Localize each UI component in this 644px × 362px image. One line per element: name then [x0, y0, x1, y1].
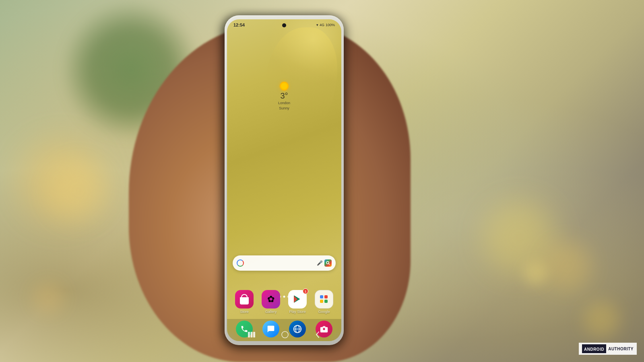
- store-label: Store: [240, 310, 249, 314]
- sun-icon: [280, 82, 289, 90]
- status-time: 12:54: [233, 23, 245, 27]
- play-store-label: Play Store: [289, 310, 306, 314]
- google-icon: [315, 290, 333, 309]
- app-store[interactable]: Store: [235, 290, 254, 314]
- google-search-bar[interactable]: 🎤: [233, 255, 336, 271]
- signal-icon: 4G: [320, 23, 324, 27]
- svg-rect-5: [248, 332, 250, 337]
- play-store-svg: [293, 294, 302, 304]
- weather-city: London Sunny: [278, 101, 290, 111]
- google-label: Google: [318, 310, 330, 314]
- store-icon: [235, 290, 254, 309]
- back-button[interactable]: [315, 331, 320, 338]
- battery-icon: 100%: [326, 23, 335, 27]
- status-icons: ▾ 4G 100%: [316, 23, 335, 27]
- gallery-icon: ✿: [262, 290, 280, 309]
- bokeh-light: [523, 261, 547, 286]
- play-store-icon: 1: [288, 290, 307, 309]
- bag-handle: [241, 294, 248, 297]
- svg-point-8: [282, 331, 288, 338]
- bokeh-light: [48, 161, 109, 221]
- svg-rect-6: [251, 332, 253, 337]
- google-lens-icon[interactable]: [324, 259, 332, 267]
- app-gallery[interactable]: ✿ Gallery: [262, 290, 280, 314]
- home-button[interactable]: [281, 331, 289, 338]
- weather-temperature: 3°: [278, 91, 290, 101]
- apps-grid: Store ✿ Gallery: [231, 290, 337, 317]
- bag-body: [240, 297, 249, 304]
- google-dot-red: [324, 295, 328, 298]
- phone-screen[interactable]: 12:54 ▾ 4G 100% 3° London Sunny: [227, 19, 341, 341]
- svg-line-1: [329, 264, 330, 265]
- bokeh-light: [543, 241, 592, 290]
- badge-count: 1: [305, 290, 306, 293]
- wifi-icon: ▾: [316, 23, 318, 27]
- google-dot-blue: [320, 295, 323, 298]
- google-logo: [237, 259, 244, 267]
- bokeh-light: [32, 282, 64, 314]
- phone-device: 12:54 ▾ 4G 100% 3° London Sunny: [225, 15, 344, 345]
- phone-body: 12:54 ▾ 4G 100% 3° London Sunny: [225, 15, 344, 345]
- svg-rect-7: [253, 332, 255, 337]
- microphone-icon[interactable]: 🎤: [317, 260, 322, 266]
- watermark-box: ANDROID: [582, 344, 606, 353]
- apps-row: Store ✿ Gallery: [231, 290, 337, 314]
- recent-apps-button[interactable]: [248, 332, 255, 337]
- notification-badge: 1: [303, 288, 308, 294]
- bokeh-light: [584, 302, 620, 338]
- watermark-brand-boxed: ANDROID: [584, 347, 604, 352]
- app-play-store[interactable]: 1 Play Store: [288, 290, 307, 314]
- google-dot-green: [324, 300, 328, 303]
- google-grid-icon: [320, 295, 328, 303]
- watermark: ANDROID AUTHORITY: [579, 343, 637, 355]
- flower-icon: ✿: [267, 294, 275, 304]
- gallery-label: Gallery: [265, 310, 277, 314]
- app-google[interactable]: Google: [315, 290, 333, 314]
- watermark-brand: AUTHORITY: [608, 347, 634, 351]
- bag-shape: [240, 294, 249, 304]
- weather-widget: 3° London Sunny: [278, 82, 290, 111]
- google-dot-yellow: [320, 300, 323, 303]
- svg-point-0: [326, 261, 329, 264]
- navigation-bar: [227, 328, 341, 341]
- camera-cutout: [282, 23, 286, 27]
